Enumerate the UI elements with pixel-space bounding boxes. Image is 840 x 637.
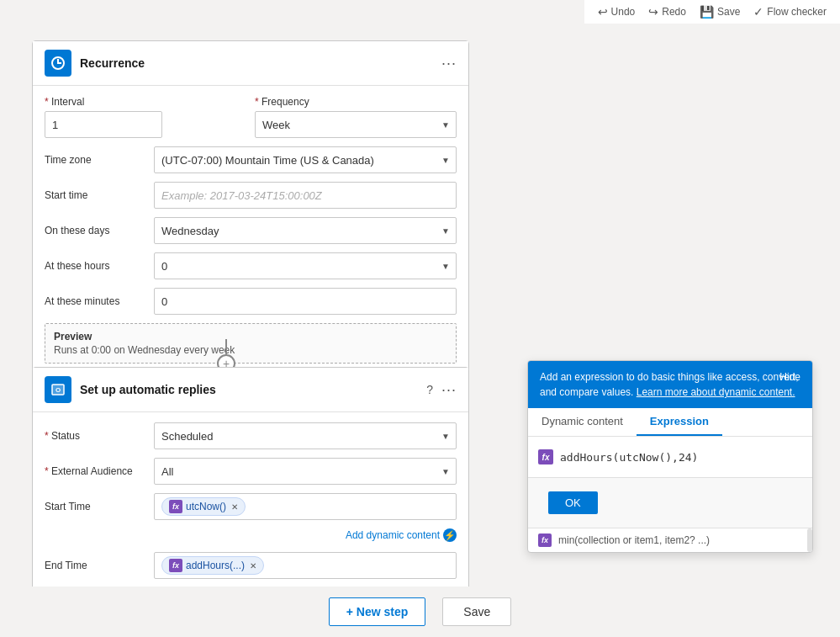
at-these-hours-select[interactable]: 0 (154, 252, 457, 279)
tab-dynamic-content[interactable]: Dynamic content (528, 408, 637, 436)
status-row: Status Scheduled ▼ (45, 422, 457, 449)
on-these-days-row: On these days Wednesday ▼ (45, 217, 457, 244)
expression-panel: Add an expression to do basic things lik… (527, 360, 813, 553)
bottom-bar: + New step Save (0, 587, 840, 637)
expression-scrollbar[interactable] (807, 528, 812, 552)
start-time-label: Start time (45, 189, 145, 201)
addhours-token: fx addHours(...) ✕ (161, 556, 264, 575)
svg-text:O: O (55, 386, 61, 394)
outlook-icon: O (45, 376, 71, 403)
utcnow-token-label: utcNow() (186, 501, 226, 512)
add-dynamic-label: Add dynamic content (346, 529, 440, 541)
interval-input[interactable] (45, 111, 162, 138)
frequency-col: Frequency Week ▼ (255, 96, 457, 138)
replies-title: Set up automatic replies (80, 383, 216, 396)
flow-checker-button[interactable]: ✓ Flow checker (753, 5, 827, 19)
replies-header-actions: ? ··· (426, 381, 457, 399)
status-select-wrapper: Scheduled ▼ (154, 422, 457, 449)
replies-start-time-row: Start Time fx utcNow() ✕ (45, 493, 457, 520)
replies-menu-button[interactable]: ··· (441, 381, 457, 399)
frequency-select[interactable]: Week (255, 111, 457, 138)
timezone-row: Time zone (UTC-07:00) Mountain Time (US … (45, 146, 457, 173)
expression-ok-button[interactable]: OK (548, 491, 598, 514)
timezone-label: Time zone (45, 154, 145, 166)
undo-button[interactable]: ↩ Undo (598, 5, 636, 19)
preview-title: Preview (54, 331, 447, 342)
addhours-fx-icon: fx (169, 559, 182, 572)
interval-frequency-row: Interval Frequency Week ▼ (45, 96, 457, 138)
external-audience-select[interactable]: All (154, 458, 457, 485)
interval-label: Interval (45, 96, 246, 108)
learn-more-link[interactable]: Learn more about dynamic content. (637, 386, 795, 398)
recurrence-card-body: Interval Frequency Week ▼ Time zone (33, 86, 468, 401)
timezone-select[interactable]: (UTC-07:00) Mountain Time (US & Canada) (154, 146, 457, 173)
end-time-field[interactable]: fx addHours(...) ✕ (154, 552, 457, 579)
frequency-select-wrapper: Week ▼ (255, 111, 457, 138)
suggestion-fx-icon: fx (538, 533, 552, 547)
connector-line-top (225, 339, 227, 354)
flow-checker-icon: ✓ (753, 5, 763, 19)
expression-tabs: Dynamic content Expression (528, 408, 812, 437)
expression-input-area: fx (528, 437, 812, 478)
recurrence-card: Recurrence ··· Interval Frequency Week ▼ (32, 40, 469, 401)
expression-suggestion: fx min(collection or item1, item2? ...) (528, 528, 812, 552)
start-time-input[interactable] (154, 182, 457, 209)
save-toolbar-button[interactable]: 💾 Save (700, 5, 740, 19)
at-these-hours-row: At these hours 0 ▼ (45, 252, 457, 279)
add-dynamic-button[interactable]: Add dynamic content ⚡ (346, 528, 457, 542)
add-dynamic-row: Add dynamic content ⚡ (45, 528, 457, 547)
redo-button[interactable]: ↪ Redo (648, 5, 686, 19)
toolbar: ↩ Undo ↪ Redo 💾 Save ✓ Flow checker (584, 0, 840, 24)
add-dynamic-icon: ⚡ (443, 528, 457, 542)
replies-card-header: O Set up automatic replies ? ··· (33, 368, 468, 412)
external-audience-select-wrapper: All ▼ (154, 458, 457, 485)
on-these-days-label: On these days (45, 225, 145, 236)
suggestion-text: min(collection or item1, item2? ...) (558, 534, 710, 546)
recurrence-icon (45, 50, 71, 77)
expression-hide-button[interactable]: Hide (779, 369, 800, 385)
interval-col: Interval (45, 96, 246, 138)
replies-header-left: O Set up automatic replies (45, 376, 216, 403)
tab-expression[interactable]: Expression (637, 408, 722, 436)
expression-input[interactable] (560, 445, 802, 469)
canvas: Recurrence ··· Interval Frequency Week ▼ (0, 24, 840, 637)
utcnow-token: fx utcNow() ✕ (161, 497, 246, 516)
on-these-days-select-wrapper: Wednesday ▼ (154, 217, 457, 244)
redo-icon: ↪ (648, 5, 658, 19)
save-icon: 💾 (700, 5, 714, 19)
replies-start-time-field[interactable]: fx utcNow() ✕ (154, 493, 457, 520)
at-these-minutes-row: At these minutes (45, 288, 457, 315)
replies-start-time-label: Start Time (45, 501, 145, 512)
start-time-row: Start time (45, 182, 457, 209)
preview-box: Preview Runs at 0:00 on Wednesday every … (45, 323, 457, 364)
expression-fx-icon: fx (538, 449, 553, 464)
expression-ok-area: OK (528, 478, 812, 528)
end-time-row: End Time fx addHours(...) ✕ (45, 552, 457, 579)
at-these-hours-label: At these hours (45, 260, 145, 272)
recurrence-header-left: Recurrence (45, 50, 145, 77)
at-these-minutes-label: At these minutes (45, 295, 145, 307)
addhours-token-close[interactable]: ✕ (250, 561, 256, 571)
save-button[interactable]: Save (442, 597, 511, 626)
recurrence-menu-button[interactable]: ··· (441, 55, 457, 72)
new-step-button[interactable]: + New step (329, 597, 426, 626)
utcnow-token-close[interactable]: ✕ (231, 502, 238, 512)
status-select[interactable]: Scheduled (154, 422, 457, 449)
preview-text: Runs at 0:00 on Wednesday every week (54, 344, 447, 356)
fx-icon: fx (169, 500, 182, 513)
timezone-select-wrapper: (UTC-07:00) Mountain Time (US & Canada) … (154, 146, 457, 173)
recurrence-title: Recurrence (80, 56, 145, 70)
recurrence-card-header: Recurrence ··· (33, 41, 468, 86)
at-these-minutes-input[interactable] (154, 288, 457, 315)
replies-help-button[interactable]: ? (426, 383, 433, 396)
frequency-label: Frequency (255, 96, 457, 108)
end-time-label: End Time (45, 560, 145, 571)
undo-icon: ↩ (598, 5, 608, 19)
status-label: Status (45, 430, 145, 442)
external-audience-label: External Audience (45, 465, 145, 477)
at-these-hours-select-wrapper: 0 ▼ (154, 252, 457, 279)
on-these-days-select[interactable]: Wednesday (154, 217, 457, 244)
addhours-token-label: addHours(...) (186, 560, 245, 571)
external-audience-row: External Audience All ▼ (45, 458, 457, 485)
expression-panel-header: Add an expression to do basic things lik… (528, 361, 812, 408)
